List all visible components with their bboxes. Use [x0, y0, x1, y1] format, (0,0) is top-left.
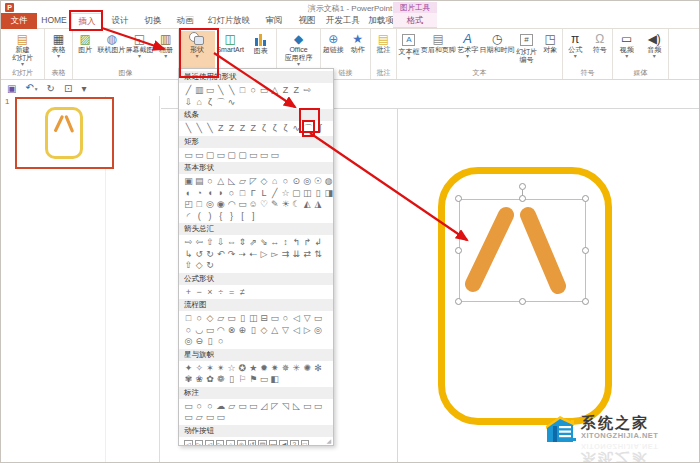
smartart-button[interactable]: ◫SmartArt [215, 31, 246, 54]
hyperlink-button[interactable]: ⊕超链接 [321, 31, 346, 54]
tab-动画[interactable]: 动画 [169, 13, 201, 29]
shape-icon[interactable]: ▽ [280, 325, 291, 336]
shape-icon[interactable]: ▭ [215, 150, 226, 161]
shape-icon[interactable]: ╱ [183, 85, 194, 96]
shape-icon[interactable]: ▷ [216, 440, 225, 446]
table-button[interactable]: ▦表格▾ [45, 31, 72, 58]
slide-number-button[interactable]: #幻灯片编号 [515, 31, 539, 64]
selection-handle-n[interactable] [519, 195, 526, 202]
shape-icon[interactable]: ▷ [302, 325, 313, 336]
shape-icon[interactable]: ◇ [259, 176, 270, 187]
shape-icon[interactable]: ⇄ [302, 249, 313, 260]
shape-icon[interactable]: } [226, 211, 237, 222]
shape-icon[interactable]: ▤ [194, 176, 205, 187]
office-apps-button[interactable]: ◆Office应用程序▾ [277, 31, 320, 66]
shape-icon[interactable]: ◇ [205, 313, 216, 324]
shape-icon[interactable]: ) [205, 211, 216, 222]
inserted-chevron-shape[interactable] [456, 205, 576, 297]
shape-icon[interactable]: ▯ [205, 336, 216, 347]
shape-icon[interactable]: ▣ [183, 176, 194, 187]
shape-icon[interactable]: ↕ [280, 237, 291, 248]
shape-icon[interactable]: ∿ [291, 123, 302, 134]
shape-icon[interactable]: ▱ [226, 401, 237, 412]
shape-icon[interactable]: ♡ [259, 199, 270, 210]
shape-icon[interactable]: ⇩ [215, 237, 226, 248]
shape-icon[interactable]: ○ [280, 176, 291, 187]
shape-icon[interactable]: ◎ [313, 325, 324, 336]
shape-icon[interactable]: ▭ [259, 374, 270, 385]
shape-icon[interactable]: ▭ [259, 150, 270, 161]
shape-icon[interactable]: ▭ [205, 85, 216, 96]
shape-icon[interactable]: ⇕ [237, 237, 248, 248]
shape-icon[interactable]: ▭ [205, 412, 216, 423]
shape-icon[interactable]: ⇗ [248, 237, 259, 248]
video-button[interactable]: ▭视频▾ [613, 31, 641, 58]
shape-icon[interactable]: ⚑ [248, 374, 259, 385]
tab-format[interactable]: 格式 [393, 13, 437, 28]
shape-icon[interactable]: ◧ [269, 374, 280, 385]
shape-icon[interactable]: ❀ [194, 374, 205, 385]
photo-album-button[interactable]: ▥相册▾ [154, 31, 179, 58]
shape-icon[interactable]: ◍ [323, 176, 334, 187]
shape-icon[interactable]: ◎ [302, 176, 313, 187]
shape-icon[interactable]: ▢ [226, 150, 237, 161]
tab-审阅[interactable]: 审阅 [257, 13, 291, 29]
shape-icon[interactable]: ◺ [226, 176, 237, 187]
selection-handle-sw[interactable] [455, 298, 462, 305]
shape-icon[interactable]: ζ [269, 123, 280, 134]
shape-icon[interactable]: ⊟ [259, 313, 270, 324]
wordart-button[interactable]: A艺术字▾ [456, 31, 480, 58]
online-pictures-button[interactable]: ◍联机图片 [98, 31, 126, 54]
tab-file[interactable]: 文件 [1, 13, 37, 29]
shape-icon[interactable]: ◜ [183, 211, 194, 222]
selection-handle-nw[interactable] [455, 195, 462, 202]
shape-icon[interactable]: ▷ [195, 440, 204, 446]
shape-icon[interactable]: ◭ [302, 199, 313, 210]
shape-icon[interactable]: ▭ [248, 150, 259, 161]
shape-icon[interactable]: ◇ [259, 325, 270, 336]
shape-icon[interactable]: ⌂ [269, 176, 280, 187]
tab-插入[interactable]: 插入 [71, 13, 103, 29]
shape-icon[interactable]: □ [183, 313, 194, 324]
shape-icon[interactable]: − [194, 287, 205, 298]
shape-icon[interactable]: ○ [194, 313, 205, 324]
tab-切换[interactable]: 切换 [137, 13, 169, 29]
shape-icon[interactable]: Z [280, 85, 291, 96]
shape-icon[interactable]: ○ [215, 336, 226, 347]
shape-icon[interactable]: ▭ [183, 412, 194, 423]
shape-icon[interactable]: ▭ [237, 199, 248, 210]
shape-icon[interactable]: ╲ [194, 123, 205, 134]
shape-icon[interactable]: ⊙ [291, 176, 302, 187]
shape-icon[interactable]: ⊖ [194, 336, 205, 347]
shape-icon[interactable]: ☺ [248, 199, 259, 210]
shape-icon[interactable]: ╲ [183, 123, 194, 134]
selection-handle-s[interactable] [519, 298, 526, 305]
shape-icon[interactable]: ✎ [269, 199, 280, 210]
shape-icon[interactable]: ▭ [183, 150, 194, 161]
tab-设计[interactable]: 设计 [103, 13, 137, 29]
shape-icon[interactable]: ⇔ [226, 237, 237, 248]
comment-button[interactable]: ▤批注 [371, 31, 396, 54]
shape-icon[interactable]: Z [215, 123, 226, 134]
shape-icon[interactable]: ζ [205, 97, 216, 108]
shape-icon[interactable]: ▯ [226, 374, 237, 385]
date-time-button[interactable]: ◷日期和时间 [480, 31, 515, 54]
pictures-button[interactable]: ▨图片 [73, 31, 98, 54]
shape-icon[interactable]: ☀ [280, 199, 291, 210]
shape-icon[interactable]: ▭ [313, 313, 324, 324]
shape-icon[interactable]: ▭ [215, 412, 226, 423]
shape-icon[interactable]: ▯ [237, 313, 248, 324]
equation-button[interactable]: π公式▾ [563, 31, 588, 58]
shape-icon[interactable]: ⇉ [280, 249, 291, 260]
shape-icon[interactable]: Z [226, 123, 237, 134]
tab-开发工具[interactable]: 开发工具 [323, 13, 363, 29]
shape-icon[interactable]: ↰ [291, 237, 302, 248]
shape-icon[interactable]: ◀ [279, 440, 288, 446]
shape-icon[interactable]: ✺ [302, 363, 313, 374]
shape-icon[interactable]: ▽ [302, 313, 313, 324]
shape-icon[interactable]: ◮ [313, 199, 324, 210]
shape-icon[interactable]: ▭ [237, 401, 248, 412]
audio-button[interactable]: ◀)音频▾ [641, 31, 669, 58]
shape-icon[interactable]: ⊕ [237, 325, 248, 336]
shape-icon[interactable]: ▯ [248, 325, 259, 336]
